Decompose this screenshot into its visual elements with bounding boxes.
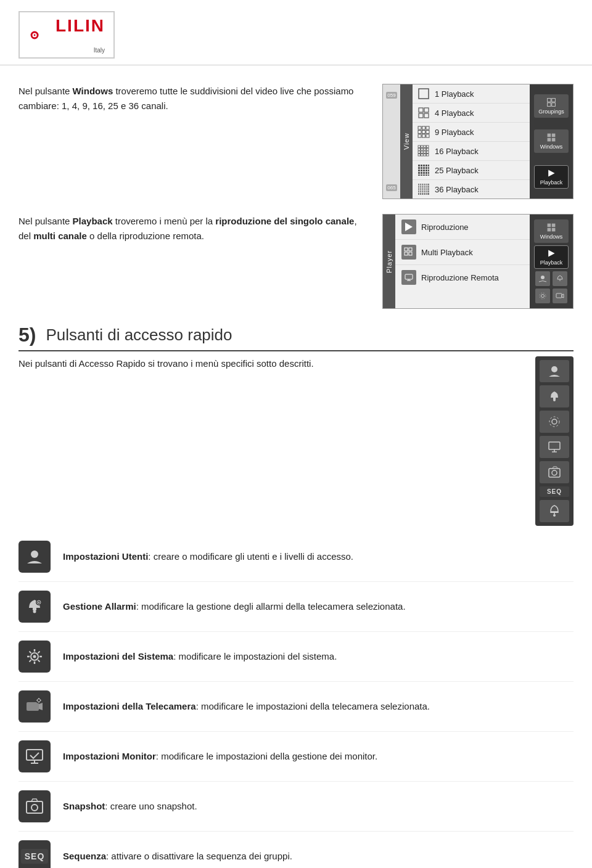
- playback-4-label: 4 Playback: [435, 108, 474, 118]
- player-label: Player: [383, 215, 395, 308]
- gear-svg: [538, 292, 547, 300]
- alarm-management-bold: Gestione Allarmi: [63, 601, 136, 612]
- svg-rect-43: [418, 170, 420, 171]
- qa-alarm-icon: [540, 385, 569, 407]
- svg-rect-38: [418, 167, 420, 169]
- user-settings-icon: [25, 547, 44, 566]
- svg-rect-12: [422, 131, 426, 134]
- svg-rect-150: [27, 702, 39, 711]
- svg-rect-24: [427, 149, 429, 151]
- riproduzione-remota-label: Riproduzione Remota: [421, 273, 499, 282]
- svg-rect-39: [421, 167, 422, 169]
- player-panel: Player Riproduzione: [382, 214, 574, 309]
- svg-rect-127: [549, 442, 560, 449]
- list-item: Riproduzione Remota: [395, 265, 530, 290]
- grid-9-icon: [417, 126, 430, 138]
- svg-rect-6: [419, 113, 423, 118]
- svg-rect-84: [422, 191, 423, 192]
- svg-rect-23: [424, 149, 426, 151]
- icon-row-monitor: Impostazioni Monitor: modificare le impo…: [18, 732, 574, 782]
- gear-icon-small: [535, 289, 550, 303]
- svg-point-162: [31, 805, 38, 811]
- snapshot-icon-cell: [18, 790, 51, 822]
- svg-rect-71: [420, 187, 421, 189]
- grid-4-icon: [417, 107, 430, 119]
- svg-rect-48: [418, 172, 420, 174]
- svg-rect-51: [426, 172, 427, 174]
- player-playback-label: Playback: [540, 260, 563, 266]
- svg-marker-151: [39, 703, 43, 710]
- svg-rect-107: [409, 252, 412, 255]
- svg-rect-11: [418, 131, 421, 134]
- player-items-list: Riproduzione Multi Playback: [395, 215, 530, 308]
- multi-playback-label: Multi Playback: [421, 248, 473, 257]
- svg-rect-37: [428, 165, 429, 166]
- icon-row-camera: Impostazioni della Telecamera: modificar…: [18, 682, 574, 732]
- list-item: 4 Playback: [413, 104, 530, 123]
- svg-rect-90: [422, 193, 423, 195]
- svg-rect-27: [424, 151, 426, 154]
- play-icon: [404, 222, 414, 232]
- playback-16-label: 16 Playback: [435, 147, 479, 156]
- svg-rect-79: [424, 189, 425, 190]
- player-right-panel: Windows Playback: [530, 215, 573, 308]
- svg-rect-22: [421, 149, 424, 151]
- svg-rect-108: [405, 274, 413, 279]
- svg-point-134: [31, 551, 38, 558]
- svg-rect-8: [418, 126, 421, 129]
- svg-rect-59: [420, 184, 421, 185]
- list-item: 9 Playback: [413, 123, 530, 142]
- list-item: 1 Playback: [413, 84, 530, 104]
- icon-list: Impostazioni Utenti: creare o modificare…: [18, 532, 574, 868]
- monitor-settings-icon: [25, 747, 44, 766]
- svg-rect-49: [421, 172, 422, 174]
- svg-rect-72: [422, 187, 423, 189]
- svg-rect-61: [424, 184, 425, 185]
- svg-rect-15: [422, 134, 426, 137]
- svg-line-146: [30, 652, 31, 653]
- list-item: Riproduzione: [395, 215, 530, 240]
- svg-point-141: [33, 655, 36, 658]
- logo-italy: Italy: [94, 47, 105, 54]
- section-number: 5): [18, 324, 36, 346]
- svg-rect-158: [27, 750, 43, 760]
- system-settings-icon: [25, 647, 44, 666]
- section3-intro: Nei pulsanti di Accesso Rapido si trovan…: [18, 356, 523, 371]
- svg-rect-58: [418, 184, 419, 185]
- camera-settings-desc: Impostazioni della Telecamera: modificar…: [63, 700, 574, 714]
- windows-description: Nel pulsante Windows troveremo tutte le …: [18, 84, 364, 113]
- qa-camera-icon: [540, 461, 569, 483]
- svg-rect-66: [422, 186, 423, 187]
- logo-text: LILIN: [56, 16, 105, 36]
- svg-rect-82: [418, 191, 419, 192]
- svg-rect-56: [426, 174, 427, 176]
- svg-rect-4: [419, 108, 423, 112]
- sequenza-desc: Sequenza: attivare o disattivare la sequ…: [63, 850, 574, 864]
- windows-label: Windows: [540, 144, 563, 150]
- monitor-settings-bold: Impostazioni Monitor: [63, 751, 156, 761]
- player-windows-btn: Windows: [534, 219, 569, 243]
- svg-rect-85: [424, 191, 425, 192]
- list-item: 25 Playback: [413, 161, 530, 180]
- svg-rect-101: [552, 138, 556, 142]
- svg-rect-114: [552, 228, 556, 232]
- icon-row-snapshot: Snapshot: creare uno snapshot.: [18, 782, 574, 832]
- seq-badge-icon: SEQ: [21, 849, 49, 864]
- alarm-svg: [556, 274, 564, 283]
- camera-settings-bold: Impostazioni della Telecamera: [63, 701, 196, 711]
- svg-marker-121: [562, 294, 564, 298]
- qa-bell-svg: [548, 504, 561, 518]
- icon-row-seq: SEQ Sequenza: attivare o disattivare la …: [18, 832, 574, 868]
- svg-rect-65: [420, 186, 421, 187]
- svg-rect-35: [423, 165, 425, 166]
- icon-row-user: Impostazioni Utenti: creare o modificare…: [18, 532, 574, 582]
- svg-line-147: [38, 660, 40, 662]
- svg-rect-161: [27, 801, 43, 813]
- grid-16-icon: [417, 145, 430, 157]
- snapshot-desc: Snapshot: creare uno snapshot.: [63, 800, 574, 814]
- user-svg: [538, 274, 547, 283]
- grid-25-icon: [417, 164, 430, 176]
- svg-rect-21: [418, 149, 421, 151]
- svg-rect-3: [419, 89, 429, 99]
- list-item: 36 Playback: [413, 180, 530, 199]
